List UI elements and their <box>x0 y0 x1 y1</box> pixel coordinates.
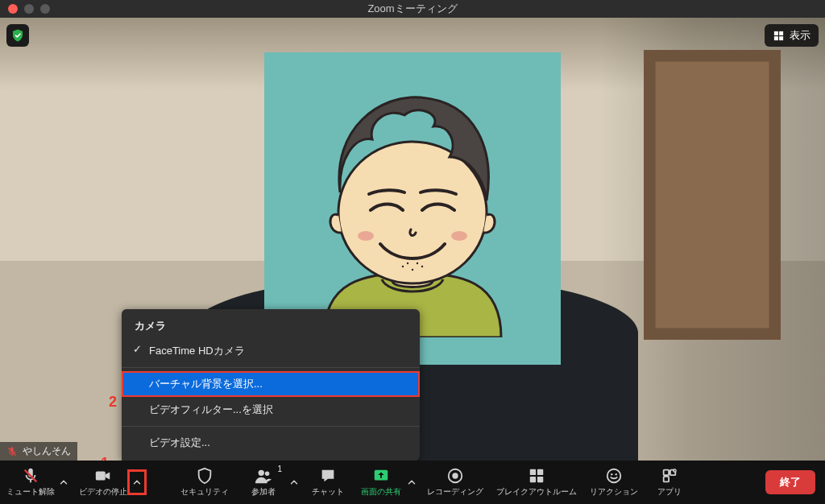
menu-item-virtual-background[interactable]: バーチャル背景を選択... <box>122 371 420 397</box>
record-button[interactable]: レコーディング <box>421 461 490 504</box>
menu-separator <box>122 367 420 368</box>
svg-point-1 <box>358 231 374 241</box>
participant-name: やしんそん <box>23 444 71 458</box>
mute-options-caret[interactable] <box>55 461 73 504</box>
chevron-up-icon <box>288 477 300 488</box>
view-button-label: 表示 <box>790 28 810 43</box>
apps-icon: + <box>661 467 678 485</box>
avatar-illustration <box>292 80 533 337</box>
video-button[interactable]: ビデオの停止 <box>73 461 127 504</box>
share-screen-button[interactable]: 画面の共有 <box>353 461 403 504</box>
svg-text:+: + <box>674 469 677 473</box>
svg-point-2 <box>451 231 467 241</box>
breakout-rooms-icon <box>528 467 545 485</box>
participant-name-tag: やしんそん <box>0 442 77 461</box>
end-label: 終了 <box>780 476 801 488</box>
window-minimize-button[interactable] <box>24 4 34 14</box>
bottom-toolbar: ミュート解除 ビデオの停止 セキュリティ 1 参加者 チャット <box>0 461 825 504</box>
window-zoom-button[interactable] <box>40 4 50 14</box>
menu-item-video-filter[interactable]: ビデオフィルター...を選択 <box>122 397 420 423</box>
microphone-muted-icon <box>22 467 39 485</box>
svg-rect-22 <box>530 469 536 475</box>
svg-rect-11 <box>779 36 783 40</box>
record-label: レコーディング <box>427 486 483 498</box>
chevron-up-icon <box>131 477 143 488</box>
svg-rect-10 <box>774 36 778 40</box>
share-label: 画面の共有 <box>361 486 401 498</box>
svg-rect-23 <box>537 469 543 475</box>
zoom-window: Zoomミーティング <box>0 0 825 504</box>
video-icon <box>94 467 112 485</box>
svg-point-21 <box>452 473 458 478</box>
window-title: Zoomミーティング <box>0 2 825 16</box>
share-options-caret[interactable] <box>403 461 421 504</box>
participants-count: 1 <box>277 465 282 473</box>
mute-button[interactable]: ミュート解除 <box>0 461 55 504</box>
menu-section-camera: カメラ <box>122 314 420 338</box>
reactions-button[interactable]: リアクション <box>583 461 645 504</box>
menu-separator <box>122 426 420 427</box>
breakout-button[interactable]: ブレイクアウトルーム <box>490 461 583 504</box>
apps-button[interactable]: + アプリ <box>645 461 694 504</box>
chevron-up-icon <box>406 477 417 488</box>
participants-label: 参加者 <box>251 486 276 498</box>
titlebar: Zoomミーティング <box>0 0 825 18</box>
mute-label: ミュート解除 <box>6 486 55 498</box>
breakout-label: ブレイクアウトルーム <box>496 486 577 498</box>
menu-item-video-settings[interactable]: ビデオ設定... <box>122 430 420 456</box>
share-screen-icon <box>372 467 390 485</box>
svg-point-27 <box>611 473 612 475</box>
view-button[interactable]: 表示 <box>765 24 819 47</box>
security-button[interactable]: セキュリティ <box>174 461 235 504</box>
apps-label: アプリ <box>657 486 682 498</box>
reactions-label: リアクション <box>590 486 638 498</box>
record-icon <box>446 467 464 485</box>
svg-point-18 <box>265 472 270 477</box>
window-close-button[interactable] <box>8 4 18 14</box>
svg-rect-25 <box>537 477 543 482</box>
menu-item-facetime-camera[interactable]: FaceTime HDカメラ <box>122 338 420 364</box>
traffic-lights <box>8 4 50 14</box>
video-options-menu: カメラ FaceTime HDカメラ バーチャル背景を選択... ビデオフィルタ… <box>122 309 420 461</box>
annotation-2: 2 <box>109 394 117 411</box>
svg-point-28 <box>616 473 617 475</box>
participants-button[interactable]: 1 参加者 <box>235 461 285 504</box>
svg-point-3 <box>402 266 404 267</box>
shield-icon <box>196 467 214 485</box>
mic-muted-icon <box>6 446 18 457</box>
svg-point-17 <box>259 470 264 476</box>
svg-point-0 <box>338 142 487 283</box>
grid-icon <box>773 30 785 42</box>
svg-rect-9 <box>779 31 783 35</box>
security-label: セキュリティ <box>180 486 229 498</box>
end-meeting-button[interactable]: 終了 <box>765 470 815 494</box>
encryption-shield-button[interactable] <box>6 24 29 47</box>
svg-rect-24 <box>530 477 536 482</box>
svg-point-26 <box>607 469 621 483</box>
chat-label: チャット <box>312 486 344 498</box>
svg-point-6 <box>407 262 408 264</box>
participants-icon <box>255 467 272 485</box>
svg-point-7 <box>417 262 418 264</box>
svg-rect-8 <box>774 31 778 35</box>
svg-rect-29 <box>664 470 669 475</box>
video-options-caret[interactable] <box>127 469 147 495</box>
svg-point-4 <box>412 269 413 271</box>
svg-point-5 <box>421 266 423 267</box>
svg-rect-31 <box>664 477 669 481</box>
participants-options-caret[interactable] <box>285 461 303 504</box>
chevron-up-icon <box>58 477 69 488</box>
shield-check-icon <box>10 28 25 43</box>
smile-icon <box>605 467 623 485</box>
chat-button[interactable]: チャット <box>303 461 353 504</box>
svg-rect-16 <box>96 472 106 481</box>
chat-icon <box>319 467 337 485</box>
video-label: ビデオの停止 <box>79 486 127 498</box>
